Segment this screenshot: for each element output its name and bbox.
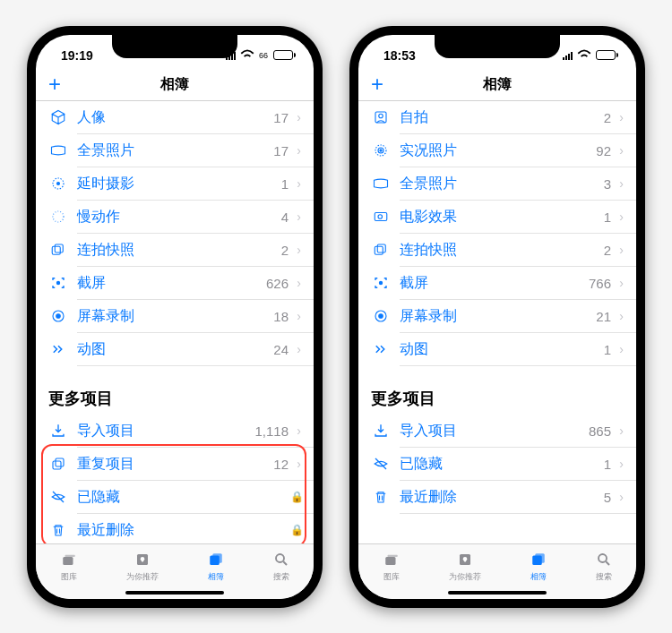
list-item[interactable]: 导入项目1,118› <box>36 415 314 448</box>
tab-search[interactable]: 搜索 <box>273 550 289 583</box>
list-item-count: 17 <box>273 143 289 158</box>
list-item-count: 17 <box>273 110 289 125</box>
list-item[interactable]: 重复项目12› <box>36 448 314 481</box>
list-item-label: 导入项目 <box>400 422 589 441</box>
list-item[interactable]: 最近删除🔒 <box>36 514 314 543</box>
import-icon <box>48 423 68 439</box>
hidden-icon <box>371 456 391 472</box>
record-icon <box>48 308 68 324</box>
list-item[interactable]: 已隐藏1› <box>358 448 636 481</box>
tab-library[interactable]: 图库 <box>383 550 400 583</box>
gif-icon <box>48 341 68 357</box>
list-item[interactable]: 自拍2› <box>358 101 636 134</box>
list-item[interactable]: 延时摄影1› <box>36 167 314 201</box>
home-indicator <box>448 591 547 595</box>
list-item-count: 12 <box>273 457 289 472</box>
list-item-label: 全景照片 <box>400 175 604 193</box>
svg-rect-24 <box>377 244 385 252</box>
chevron-right-icon: › <box>290 210 301 224</box>
tab-library[interactable]: 图库 <box>61 550 77 583</box>
content-list[interactable]: 人像17›全景照片17›延时摄影1›慢动作4›连拍快照2›截屏626›屏幕录制1… <box>36 101 314 543</box>
list-item[interactable]: 电影效果1› <box>358 201 636 234</box>
list-item-label: 全景照片 <box>77 141 273 160</box>
tab-foryou[interactable]: 为你推荐 <box>449 550 481 583</box>
chevron-right-icon: › <box>613 210 624 224</box>
list-item[interactable]: 全景照片3› <box>358 167 636 201</box>
chevron-right-icon: › <box>290 309 301 323</box>
list-item-label: 已隐藏 <box>400 455 604 474</box>
section-header: 更多项目 <box>358 388 636 415</box>
svg-rect-3 <box>52 246 60 254</box>
burst-icon <box>48 242 68 258</box>
tab-label: 搜索 <box>273 571 289 583</box>
chevron-right-icon: › <box>613 143 624 158</box>
svg-point-15 <box>276 554 284 562</box>
list-item-label: 连拍快照 <box>77 241 281 260</box>
list-item-count: 2 <box>281 243 289 258</box>
chevron-right-icon: › <box>613 309 624 323</box>
cinematic-icon <box>371 209 391 225</box>
list-item[interactable]: 动图1› <box>358 333 636 366</box>
chevron-right-icon: › <box>613 457 624 471</box>
slomo-icon <box>48 209 68 225</box>
list-item[interactable]: 实况照片92› <box>358 134 636 167</box>
list-item[interactable]: 导入项目865› <box>358 415 636 448</box>
svg-point-17 <box>379 114 383 118</box>
svg-rect-14 <box>212 553 222 563</box>
list-item-label: 动图 <box>77 340 273 359</box>
svg-rect-29 <box>387 554 397 556</box>
list-item[interactable]: 动图24› <box>36 333 314 366</box>
list-item[interactable]: 截屏626› <box>36 267 314 300</box>
gif-icon <box>371 341 391 357</box>
list-item-count: 1,118 <box>254 423 289 439</box>
chevron-right-icon: › <box>290 176 301 191</box>
tab-albums[interactable]: 相簿 <box>208 550 224 583</box>
add-button[interactable]: + <box>371 73 383 95</box>
svg-rect-32 <box>535 553 545 563</box>
selfie-icon <box>371 109 391 125</box>
list-item[interactable]: 截屏766› <box>358 267 636 300</box>
record-icon <box>371 308 391 324</box>
list-item-count: 3 <box>604 176 611 192</box>
svg-point-33 <box>599 554 607 562</box>
tab-albums[interactable]: 相簿 <box>530 550 547 583</box>
hidden-icon <box>48 489 68 505</box>
tab-label: 为你推荐 <box>449 571 481 583</box>
chevron-right-icon: › <box>290 110 301 124</box>
svg-point-5 <box>57 282 60 285</box>
list-item[interactable]: 最近删除5› <box>358 481 636 514</box>
status-icons: 66 <box>226 47 296 64</box>
list-item-label: 慢动作 <box>77 208 281 227</box>
tab-search[interactable]: 搜索 <box>596 550 612 583</box>
tab-label: 图库 <box>61 571 77 583</box>
list-item[interactable]: 慢动作4› <box>36 201 314 234</box>
chevron-right-icon: › <box>290 143 301 158</box>
lock-icon: 🔒 <box>290 491 301 503</box>
chevron-right-icon: › <box>613 276 624 290</box>
list-item[interactable]: 屏幕录制21› <box>358 300 636 333</box>
foryou-icon <box>457 550 473 569</box>
chevron-right-icon: › <box>613 490 624 504</box>
svg-rect-23 <box>375 246 383 254</box>
tab-label: 搜索 <box>596 571 612 583</box>
search-icon <box>596 550 612 569</box>
list-item[interactable]: 全景照片17› <box>36 134 314 167</box>
status-icons <box>563 47 618 64</box>
nav-bar: +相簿 <box>36 69 314 101</box>
list-item[interactable]: 人像17› <box>36 101 314 134</box>
tab-label: 相簿 <box>208 571 224 583</box>
list-item[interactable]: 连拍快照2› <box>358 234 636 267</box>
list-item[interactable]: 已隐藏🔒 <box>36 481 314 514</box>
list-item-count: 626 <box>266 276 289 291</box>
list-item-count: 1 <box>604 210 611 225</box>
content-list[interactable]: 自拍2›实况照片92›全景照片3›电影效果1›连拍快照2›截屏766›屏幕录制2… <box>358 101 636 543</box>
tab-foryou[interactable]: 为你推荐 <box>126 550 159 583</box>
add-button[interactable]: + <box>48 73 61 95</box>
burst-icon <box>371 242 391 258</box>
list-item[interactable]: 屏幕录制18› <box>36 300 314 333</box>
svg-point-22 <box>378 215 383 219</box>
list-item-count: 1 <box>604 457 611 472</box>
list-item[interactable]: 连拍快照2› <box>36 234 314 267</box>
svg-point-20 <box>380 150 382 151</box>
list-item-count: 865 <box>589 423 611 439</box>
